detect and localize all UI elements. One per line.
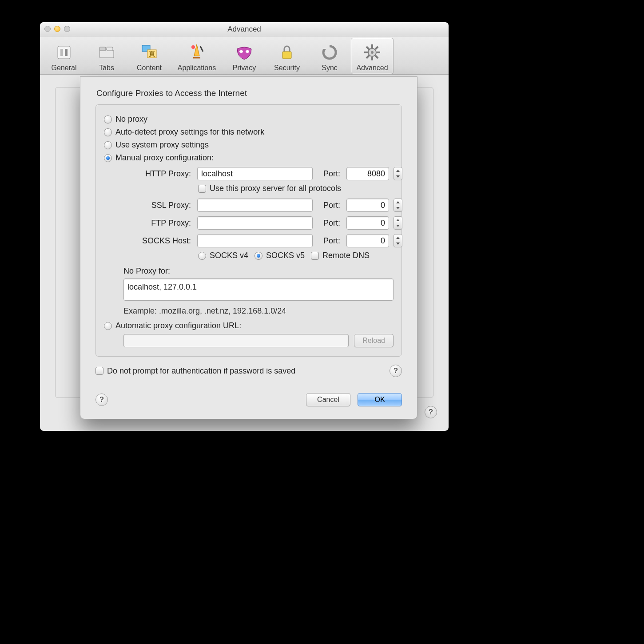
svg-rect-2 [65, 49, 68, 56]
radio-label: Manual proxy configuration: [115, 153, 214, 163]
radio-label: Use system proxy settings [115, 140, 209, 150]
svg-line-21 [375, 56, 378, 58]
socks-port-stepper[interactable] [394, 234, 402, 247]
sheet-actions: ? Cancel OK [95, 393, 402, 406]
proxy-settings-sheet: Configure Proxies to Access the Internet… [80, 76, 417, 419]
sheet-help-button[interactable]: ? [95, 394, 108, 406]
tab-label: General [52, 64, 77, 72]
http-port-input[interactable] [346, 167, 389, 180]
svg-rect-13 [282, 52, 291, 59]
applications-icon [187, 43, 207, 62]
radio-auto-detect[interactable]: Auto-detect proxy settings for this netw… [104, 127, 394, 137]
use-for-all-row[interactable]: Use this proxy server for all protocols [198, 184, 394, 193]
sheet-title: Configure Proxies to Access the Internet [96, 88, 402, 98]
svg-rect-4 [99, 47, 106, 51]
tab-label: Tabs [99, 64, 114, 72]
radio-system-proxy[interactable]: Use system proxy settings [104, 140, 394, 150]
tab-label: Privacy [233, 64, 256, 72]
tab-applications[interactable]: Applications [171, 38, 223, 74]
http-proxy-input[interactable] [197, 167, 313, 180]
radio-socks-v5[interactable]: SOCKS v5 [254, 251, 305, 260]
svg-line-22 [375, 47, 378, 49]
radio-icon [198, 252, 206, 260]
http-proxy-label: HTTP Proxy: [122, 169, 193, 179]
tab-tabs[interactable]: Tabs [85, 38, 128, 74]
svg-point-10 [191, 45, 195, 49]
svg-text:頁: 頁 [149, 50, 155, 57]
port-label: Port: [317, 201, 342, 210]
tab-privacy[interactable]: Privacy [223, 38, 266, 74]
tab-label: Applications [178, 64, 216, 72]
socks-host-label: SOCKS Host: [122, 236, 193, 246]
tabs-icon [97, 43, 116, 62]
remote-dns-label: Remote DNS [322, 251, 370, 260]
svg-line-23 [366, 56, 369, 58]
tab-advanced[interactable]: Advanced [351, 38, 394, 74]
socks-version-row: SOCKS v4 SOCKS v5 Remote DNS [198, 251, 394, 260]
ftp-proxy-input[interactable] [197, 216, 313, 230]
radio-icon [104, 141, 112, 149]
below-group-row: Do not prompt for authentication if pass… [95, 365, 402, 377]
port-label: Port: [317, 219, 342, 228]
prefs-help-button[interactable]: ? [425, 406, 437, 418]
socks-port-input[interactable] [346, 234, 389, 247]
svg-point-24 [371, 51, 374, 54]
ssl-proxy-label: SSL Proxy: [122, 201, 193, 210]
ftp-port-input[interactable] [346, 216, 389, 230]
checkbox-remote-dns[interactable]: Remote DNS [311, 251, 370, 260]
radio-pac-url[interactable]: Automatic proxy configuration URL: [104, 321, 394, 330]
ssl-proxy-input[interactable] [197, 199, 313, 212]
svg-rect-1 [60, 49, 63, 56]
tab-security[interactable]: Security [266, 38, 308, 74]
svg-rect-3 [99, 50, 114, 58]
tab-sync[interactable]: Sync [308, 38, 351, 74]
port-label: Port: [317, 236, 342, 246]
sync-icon [320, 43, 339, 62]
radio-icon [104, 115, 112, 123]
checkbox-no-auth-prompt[interactable]: Do not prompt for authentication if pass… [95, 366, 295, 376]
switch-icon [54, 43, 74, 62]
no-auth-prompt-label: Do not prompt for authentication if pass… [107, 366, 295, 376]
radio-label: No proxy [115, 115, 147, 124]
checkbox-icon [311, 252, 319, 260]
ok-button[interactable]: OK [358, 393, 402, 406]
ftp-proxy-row: FTP Proxy: Port: [122, 216, 394, 230]
radio-socks-v4[interactable]: SOCKS v4 [198, 251, 248, 260]
radio-icon [254, 252, 262, 260]
socks-v4-label: SOCKS v4 [210, 251, 248, 260]
http-port-stepper[interactable] [394, 167, 402, 180]
tab-content[interactable]: 頁 Content [128, 38, 171, 74]
use-for-all-label: Use this proxy server for all protocols [210, 184, 341, 193]
sheet-help-button-top[interactable]: ? [390, 365, 402, 377]
ssl-proxy-row: SSL Proxy: Port: [122, 199, 394, 212]
no-proxy-for-input[interactable] [123, 278, 394, 301]
svg-rect-5 [107, 47, 113, 51]
svg-rect-0 [58, 46, 70, 59]
ftp-proxy-label: FTP Proxy: [122, 219, 193, 228]
no-proxy-example: Example: .mozilla.org, .net.nz, 192.168.… [123, 306, 394, 316]
svg-marker-9 [194, 44, 199, 56]
proxy-group: No proxy Auto-detect proxy settings for … [95, 104, 402, 357]
socks-host-input[interactable] [197, 234, 313, 247]
ssl-port-input[interactable] [346, 199, 389, 212]
checkbox-icon [95, 367, 103, 375]
svg-point-12 [246, 50, 249, 53]
radio-label: Automatic proxy configuration URL: [115, 321, 241, 330]
reload-button[interactable]: Reload [354, 334, 394, 347]
tab-general[interactable]: General [43, 38, 85, 74]
pac-url-input[interactable] [123, 334, 349, 347]
svg-point-11 [239, 50, 243, 53]
cancel-button[interactable]: Cancel [306, 393, 350, 406]
ftp-port-stepper[interactable] [394, 216, 402, 230]
tab-label: Content [137, 64, 162, 72]
port-label: Port: [317, 169, 342, 179]
socks-v5-label: SOCKS v5 [266, 251, 305, 260]
tab-label: Sync [322, 64, 338, 72]
radio-manual-proxy[interactable]: Manual proxy configuration: [104, 153, 394, 163]
gear-icon [362, 43, 382, 62]
ssl-port-stepper[interactable] [394, 199, 402, 212]
http-proxy-row: HTTP Proxy: Port: [122, 167, 394, 180]
no-proxy-for-label: No Proxy for: [123, 266, 394, 276]
prefs-toolbar: General Tabs 頁 Content Applications Priv… [40, 36, 449, 75]
radio-no-proxy[interactable]: No proxy [104, 115, 394, 124]
